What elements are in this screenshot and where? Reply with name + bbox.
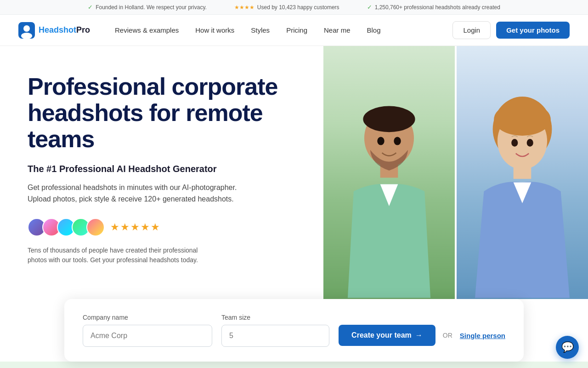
company-form-group: Company name: [83, 314, 212, 347]
bottom-section: All photoshoots include ✓ 120 headshots …: [0, 362, 588, 368]
logo-icon: [18, 22, 35, 39]
team-size-label: Team size: [221, 314, 329, 321]
hero-right: ‹ › ‹ ›: [323, 46, 588, 304]
banner-item-3: ✓ 1,250,760+ professional headshots alre…: [367, 4, 500, 11]
check-icon-2: ✓: [367, 4, 372, 11]
svg-point-1: [23, 25, 30, 32]
person-silhouette-male: [330, 97, 448, 304]
banner-text-1: Founded in Holland. We respect your priv…: [96, 4, 207, 11]
banner-item-1: ✓ Founded in Holland. We respect your pr…: [88, 4, 207, 11]
headshot-male: [323, 46, 455, 304]
nav-blog[interactable]: Blog: [361, 23, 387, 38]
check-icon-1: ✓: [88, 4, 93, 11]
form-card: Company name Team size Create your team …: [64, 299, 524, 362]
top-banner: ✓ Founded in Holland. We respect your pr…: [0, 0, 588, 15]
team-size-form-group: Team size: [221, 314, 329, 347]
hero-section: Professional corporate headshots for rem…: [0, 46, 588, 304]
svg-point-13: [527, 139, 533, 147]
team-size-input[interactable]: [221, 325, 329, 347]
create-team-button[interactable]: Create your team →: [339, 325, 435, 346]
svg-point-4: [363, 106, 415, 132]
nav-styles[interactable]: Styles: [244, 23, 276, 38]
logo-text: HeadshotPro: [39, 25, 90, 35]
nav-how-it-works[interactable]: How it works: [189, 23, 241, 38]
nav-near-me[interactable]: Near me: [317, 23, 357, 38]
photo-col-female: [457, 46, 588, 304]
or-divider: OR: [443, 332, 452, 339]
svg-point-10: [494, 102, 551, 135]
hero-title: Professional corporate headshots for rem…: [28, 74, 305, 153]
single-person-button[interactable]: Single person: [460, 332, 505, 339]
create-team-label: Create your team: [351, 331, 412, 339]
arrow-icon: →: [415, 331, 423, 339]
person-silhouette-female: [463, 97, 581, 304]
form-row: Company name Team size Create your team …: [83, 314, 505, 347]
banner-text-3: 1,250,760+ professional headshots alread…: [375, 4, 500, 11]
svg-rect-11: [514, 166, 531, 178]
avatar-5: [86, 218, 105, 236]
nav-actions: Login Get your photos: [452, 21, 570, 39]
social-proof: Tens of thousands of people have created…: [28, 246, 202, 265]
svg-point-12: [511, 139, 518, 147]
banner-text-2: Used by 10,423 happy customers: [257, 4, 339, 11]
chat-bubble[interactable]: 💬: [556, 336, 579, 359]
avatars-row: ★★★★★: [28, 218, 305, 236]
nav-pricing[interactable]: Pricing: [280, 23, 314, 38]
form-section: Company name Team size Create your team …: [0, 299, 588, 362]
hero-description: Get professional headshots in minutes wi…: [28, 182, 248, 205]
banner-item-2: ★★★★ Used by 10,423 happy customers: [234, 4, 339, 11]
nav-links: Reviews & examples How it works Styles P…: [108, 23, 452, 38]
svg-point-7: [394, 137, 401, 145]
svg-point-6: [377, 137, 384, 145]
headshot-female: [457, 46, 588, 304]
hero-left: Professional corporate headshots for rem…: [0, 46, 323, 304]
chat-icon: 💬: [561, 341, 574, 353]
login-button[interactable]: Login: [452, 21, 491, 39]
hero-subtitle: The #1 Professional AI Headshot Generato…: [28, 164, 305, 174]
company-name-label: Company name: [83, 314, 212, 321]
company-name-input[interactable]: [83, 325, 212, 347]
stars-icon: ★★★★: [234, 4, 254, 11]
hero-photos: [323, 46, 588, 304]
navbar: HeadshotPro Reviews & examples How it wo…: [0, 15, 588, 46]
get-photos-button[interactable]: Get your photos: [496, 22, 570, 39]
nav-reviews[interactable]: Reviews & examples: [108, 23, 185, 38]
logo-link[interactable]: HeadshotPro: [18, 22, 90, 39]
photo-col-male: [323, 46, 455, 304]
hero-stars: ★★★★★: [110, 221, 161, 233]
avatar-stack: [28, 218, 105, 236]
